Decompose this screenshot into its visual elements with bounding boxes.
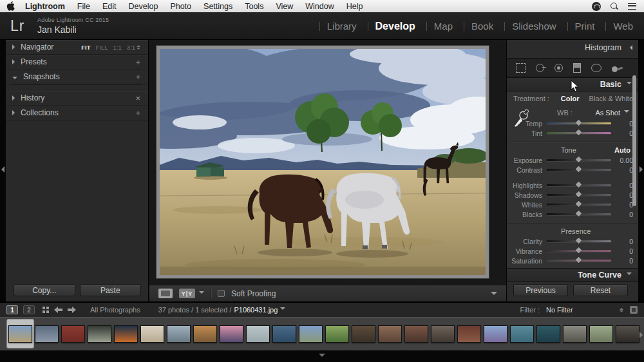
forward-arrow-icon[interactable] <box>68 307 76 313</box>
menu-item[interactable]: Help <box>346 2 363 11</box>
filmstrip-thumbnail[interactable] <box>535 319 562 348</box>
creative-cloud-icon[interactable] <box>592 2 601 11</box>
slider-value[interactable]: 0 <box>611 166 633 174</box>
filmstrip-thumbnail[interactable] <box>377 319 403 348</box>
module-tab[interactable]: Web <box>596 21 635 32</box>
photo-canvas[interactable] <box>156 46 489 278</box>
zoom-option[interactable]: 1:1 <box>113 44 122 51</box>
soft-proofing-checkbox[interactable] <box>218 290 225 297</box>
filmstrip-thumbnail[interactable] <box>482 319 509 348</box>
slider-track[interactable] <box>547 204 611 205</box>
filmstrip-thumbnail[interactable] <box>113 319 139 348</box>
graduated-filter-icon[interactable] <box>573 63 581 73</box>
filmstrip-status[interactable]: 37 photos / 1 selected / P1060431.jpg <box>158 306 286 314</box>
slider-track[interactable] <box>547 169 611 171</box>
right-panel-collapse-strip[interactable] <box>638 40 644 301</box>
filmstrip-thumbnail[interactable] <box>509 319 535 348</box>
menu-item[interactable]: View <box>276 2 293 11</box>
module-tab[interactable]: Slideshow <box>495 21 558 32</box>
filmstrip-thumbnail[interactable] <box>614 319 641 348</box>
slider-value[interactable]: 0 <box>611 201 633 209</box>
slider-thumb[interactable] <box>576 120 582 126</box>
grid-view-icon[interactable] <box>43 307 49 313</box>
slider-value[interactable]: 0 <box>611 191 633 199</box>
slider-thumb[interactable] <box>576 191 582 198</box>
slider-track[interactable] <box>547 260 611 262</box>
wb-eyedropper-icon[interactable] <box>512 108 529 128</box>
menu-item[interactable]: Window <box>305 2 334 11</box>
treatment-bw-option[interactable]: Black & White <box>589 95 633 102</box>
treatment-color-option[interactable]: Color <box>561 95 580 102</box>
slider-thumb[interactable] <box>576 211 582 217</box>
filmstrip-thumbnail[interactable] <box>33 319 60 348</box>
panel-header[interactable]: Presets + <box>6 55 148 70</box>
spotlight-search-icon[interactable] <box>611 3 618 10</box>
filmstrip-thumbnail[interactable] <box>86 319 113 348</box>
slider-thumb[interactable] <box>576 182 582 188</box>
view-options-caret-icon[interactable] <box>199 291 204 296</box>
slider-track[interactable] <box>547 213 611 215</box>
filmstrip-thumbnail[interactable] <box>271 319 298 348</box>
crop-overlay-icon[interactable] <box>516 63 526 73</box>
menu-item[interactable]: File <box>77 2 90 11</box>
menu-item[interactable]: Photo <box>170 2 191 11</box>
basic-panel-header[interactable]: Basic <box>507 77 638 91</box>
module-tab[interactable]: Map <box>417 21 455 32</box>
radial-filter-icon[interactable] <box>591 64 601 72</box>
panel-header[interactable]: History × <box>6 91 148 106</box>
loupe-view-icon[interactable] <box>158 289 173 298</box>
filmstrip-next-icon[interactable] <box>639 332 643 338</box>
filmstrip-thumbnail[interactable] <box>324 319 350 348</box>
module-tab[interactable]: Develop <box>359 21 417 32</box>
previous-button[interactable]: Previous <box>513 284 568 296</box>
second-window-button[interactable]: 2 <box>23 305 35 314</box>
menu-item[interactable]: Settings <box>204 2 232 11</box>
wb-dropdown-value[interactable]: As Shot <box>595 109 620 117</box>
filmstrip-thumbnail[interactable] <box>430 319 456 348</box>
panel-header[interactable]: Collections + <box>6 106 148 120</box>
module-tab[interactable]: Library <box>310 21 359 32</box>
filmstrip-thumbnail[interactable] <box>7 319 33 348</box>
filter-lock-icon[interactable] <box>630 306 638 314</box>
slider-value[interactable]: 0 <box>611 238 633 245</box>
left-panel-collapse-strip[interactable] <box>0 40 6 301</box>
slider-track[interactable] <box>547 159 611 161</box>
filmstrip-thumbnail[interactable] <box>139 319 166 348</box>
slider-thumb[interactable] <box>576 201 582 207</box>
slider-track[interactable] <box>547 122 611 124</box>
slider-value[interactable]: 0 <box>611 120 633 128</box>
filmstrip-thumbnail[interactable] <box>588 319 614 348</box>
filmstrip-thumbnail[interactable] <box>350 319 377 348</box>
zoom-ratio-switcher-icon[interactable] <box>137 45 140 50</box>
slider-thumb[interactable] <box>576 238 582 244</box>
before-after-view-icon[interactable]: Y|Y <box>179 289 195 298</box>
filter-dropdown[interactable]: No Filter <box>546 306 623 314</box>
slider-value[interactable]: 0.00 <box>611 157 633 164</box>
slider-track[interactable] <box>547 184 611 186</box>
slider-thumb[interactable] <box>576 247 582 254</box>
slider-track[interactable] <box>547 250 611 252</box>
panel-action-icon[interactable]: + <box>135 108 140 118</box>
toolbar-content-caret-icon[interactable] <box>491 292 497 295</box>
histogram-panel-header[interactable]: Histogram <box>507 40 638 55</box>
filmstrip-thumbnail[interactable] <box>60 319 86 348</box>
navigator-panel-header[interactable]: Navigator FIT FILL 1:1 3:1 <box>6 40 148 55</box>
tone-curve-panel-header[interactable]: Tone Curve <box>507 268 638 282</box>
menu-item[interactable]: Lightroom <box>25 2 65 11</box>
module-tab[interactable]: Book <box>455 21 495 32</box>
red-eye-correction-icon[interactable] <box>554 64 563 72</box>
slider-track[interactable] <box>547 194 611 196</box>
slider-value[interactable]: 0 <box>611 182 633 189</box>
panel-header[interactable]: Snapshots + <box>6 70 148 84</box>
tone-auto-button[interactable]: Auto <box>614 146 630 154</box>
spot-removal-icon[interactable] <box>536 64 544 72</box>
filmstrip-thumbnail[interactable] <box>245 319 271 348</box>
filmstrip-thumbnail[interactable] <box>562 319 588 348</box>
slider-value[interactable]: 0 <box>611 211 633 218</box>
filmstrip-collapse-strip[interactable] <box>0 350 644 362</box>
filmstrip-thumbnail[interactable] <box>403 319 430 348</box>
back-arrow-icon[interactable] <box>54 307 62 313</box>
filmstrip-thumbnail[interactable] <box>298 319 324 348</box>
slider-value[interactable]: 0 <box>611 257 633 265</box>
slider-thumb[interactable] <box>576 157 582 163</box>
